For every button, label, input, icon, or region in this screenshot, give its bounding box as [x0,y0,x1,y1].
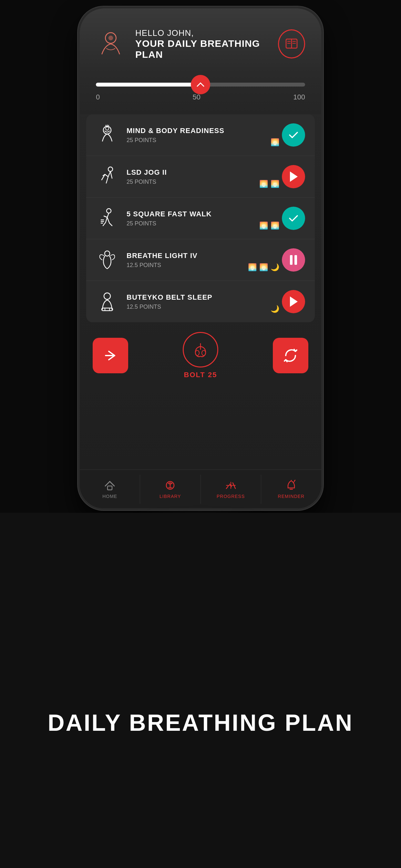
subtitle-text: YOUR DAILY BREATHING PLAN [135,38,278,60]
bolt-value: 25 [208,371,217,379]
svg-point-19 [104,251,110,256]
bolt-label: BOLT 25 [184,371,217,379]
exercise-points-3: 25 POINTS [127,220,282,227]
slider-max: 100 [293,93,305,101]
svg-point-26 [195,350,199,355]
exercise-name-4: BREATHE LIGHT IV [127,252,282,260]
exercise-name-2: LSD JOG II [127,168,282,177]
play-icon-2 [289,171,298,182]
tab-reminder[interactable]: REMINDER [261,475,321,504]
phone-container: HELLO JOHN, YOUR DAILY BREATHING PLAN [78,6,323,510]
exercise-item-3[interactable]: 5 SQUARE FAST WALK 25 POINTS 🌅 🌅 [86,197,315,239]
svg-point-9 [105,127,109,130]
svg-line-39 [295,480,295,481]
phone-frame: HELLO JOHN, YOUR DAILY BREATHING PLAN [78,6,323,510]
svg-point-15 [106,209,111,213]
pause-icon-4 [289,254,298,266]
reminder-icon [285,479,297,491]
done-button-3[interactable] [282,207,305,230]
mind-body-icon [96,124,119,146]
walk-icon [96,207,119,229]
svg-rect-28 [107,486,112,490]
slider-fill [96,83,205,87]
time-icons-3: 🌅 🌅 [259,221,279,230]
svg-marker-14 [290,172,298,182]
slider-mid: 50 [193,93,201,101]
slider-track[interactable] [96,83,305,87]
breathe-icon [96,249,119,271]
svg-point-1 [109,35,113,40]
exercise-info-2: LSD JOG II 25 POINTS [127,168,282,185]
svg-line-38 [294,482,295,482]
exercise-points-5: 12.5 POINTS [127,304,282,310]
svg-line-31 [226,486,228,489]
lungs-icon [191,340,210,360]
header-left: HELLO JOHN, YOUR DAILY BREATHING PLAN [96,28,278,60]
library-tab-icon [164,479,176,491]
run-icon [96,165,119,188]
exercise-points-2: 25 POINTS [127,179,282,185]
exercise-name-1: MIND & BODY READINESS [127,127,282,135]
bottom-section: DAILY BREATHING PLAN [0,513,401,868]
svg-rect-21 [295,255,297,265]
exercise-list: MIND & BODY READINESS 25 POINTS 🌅 [86,114,315,322]
checkmark-icon-1 [288,129,299,141]
avatar-icon [96,28,126,60]
play-button-2[interactable] [282,165,305,188]
tab-library[interactable]: LIBRARY [140,475,201,504]
library-button[interactable] [278,29,305,58]
bolt-center: BOLT 25 [183,332,218,379]
svg-rect-20 [290,255,292,265]
tab-library-label: LIBRARY [159,494,181,499]
tab-home-label: HOME [102,494,117,499]
exercise-item-5[interactable]: BUTEYKO BELT SLEEP 12.5 POINTS 🌙 [86,281,315,322]
play-icon-5 [289,296,298,307]
time-icons-4: 🌅 🌅 🌙 [248,263,279,272]
sunrise-icon-3b: 🌅 [271,221,279,230]
bolt-text: BOLT [184,371,205,379]
exercise-item-2[interactable]: LSD JOG II 25 POINTS 🌅 🌅 [86,156,315,197]
svg-point-27 [202,350,206,355]
exercise-item-1[interactable]: MIND & BODY READINESS 25 POINTS 🌅 [86,114,315,156]
slider-section: 0 50 100 [80,73,321,114]
time-icons-1: 🌅 [271,138,279,147]
svg-line-11 [108,125,109,126]
exercise-name-3: 5 SQUARE FAST WALK [127,210,282,218]
time-icons-5: 🌙 [271,305,279,313]
slider-thumb[interactable] [191,75,210,94]
moon-icon-5: 🌙 [271,305,279,313]
book-icon [283,36,300,52]
play-button-5[interactable] [282,290,305,313]
svg-rect-23 [102,308,113,311]
bottom-controls: BOLT 25 [80,322,321,385]
pause-button-4[interactable] [282,248,305,272]
sunrise-icon-4b: 🌅 [259,263,268,272]
exit-button[interactable] [93,338,128,373]
greeting-text: HELLO JOHN, [135,28,278,38]
svg-marker-24 [290,297,298,307]
exercise-name-5: BUTEYKO BELT SLEEP [127,293,282,302]
refresh-button[interactable] [273,338,308,373]
svg-point-22 [104,293,111,299]
tab-progress[interactable]: PROGRESS [201,475,261,504]
sunrise-icon-4a: 🌅 [248,263,257,272]
svg-line-10 [105,125,106,126]
exercise-item-4[interactable]: BREATHE LIGHT IV 12.5 POINTS 🌅 🌅 🌙 [86,239,315,281]
sleep-icon [96,290,119,313]
slider-min: 0 [96,93,100,101]
sunrise-icon-2a: 🌅 [259,180,268,188]
checkmark-icon-3 [288,213,299,224]
phone-screen: HELLO JOHN, YOUR DAILY BREATHING PLAN [80,8,321,508]
sunrise-icon-1: 🌅 [271,138,279,147]
tab-reminder-label: REMINDER [278,494,305,499]
exit-icon [102,347,119,364]
done-button-1[interactable] [282,123,305,147]
bottom-title: DAILY BREATHING PLAN [48,709,353,736]
progress-icon [225,479,237,491]
exercise-info-5: BUTEYKO BELT SLEEP 12.5 POINTS [127,293,282,310]
time-icons-2: 🌅 🌅 [259,180,279,188]
bolt-circle[interactable] [183,332,218,368]
app-header: HELLO JOHN, YOUR DAILY BREATHING PLAN [80,8,321,73]
svg-point-13 [108,167,113,172]
tab-home[interactable]: HOME [80,475,140,504]
